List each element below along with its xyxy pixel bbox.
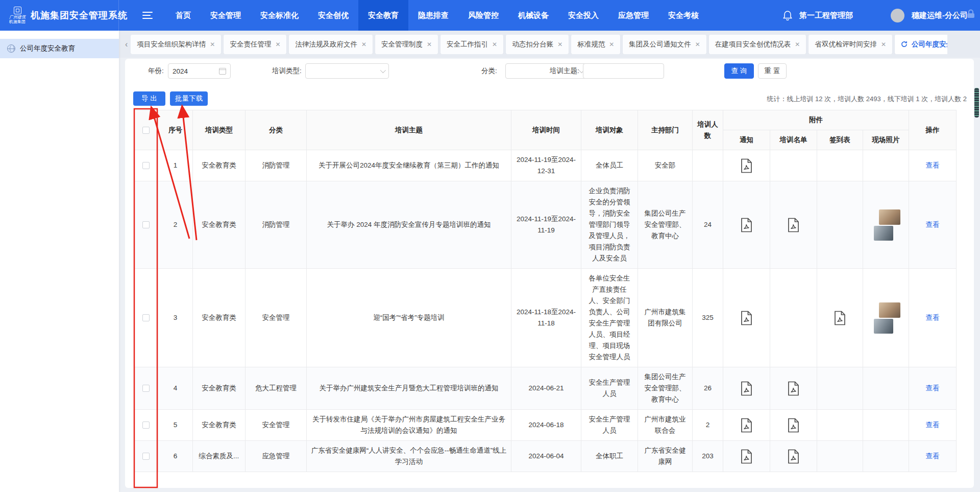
close-icon[interactable]: ✕ [557, 41, 562, 48]
batch-download-button[interactable]: 批量下载 [170, 91, 208, 106]
close-icon[interactable]: ✕ [427, 41, 432, 48]
row-checkbox[interactable] [142, 421, 150, 429]
close-icon[interactable]: ✕ [361, 41, 366, 48]
close-icon[interactable]: ✕ [210, 41, 215, 48]
photo-thumbnail[interactable] [874, 226, 893, 241]
tab-item[interactable]: 法律法规及政府文件✕ [289, 35, 373, 54]
training-table-wrap: 序号培训类型分类培训主题培训时间培训对象主持部门培训人数附件操作通知培训名单签到… [134, 110, 956, 472]
user-avatar[interactable] [891, 9, 904, 22]
nav-item[interactable]: 安全教育 [358, 0, 408, 31]
pdf-file-icon[interactable] [740, 311, 753, 325]
close-icon[interactable]: ✕ [695, 41, 700, 48]
attachment-sub-header: 现场照片 [863, 130, 909, 150]
tab-item[interactable]: 省双优检评时间安排✕ [808, 35, 892, 54]
nav-item[interactable]: 安全投入 [558, 0, 608, 31]
nav-item[interactable]: 安全管理 [201, 0, 251, 31]
pdf-file-icon[interactable] [740, 449, 753, 464]
reset-button[interactable]: 重 置 [758, 63, 787, 79]
topic-cell: 迎“国考”“省考”专题培训 [307, 269, 511, 367]
photo-thumbnail[interactable] [874, 319, 893, 334]
lock-icon[interactable] [967, 9, 975, 18]
tab-label: 安全工作指引 [447, 40, 488, 49]
notice-attachment-cell [723, 441, 770, 472]
pdf-file-icon[interactable] [740, 218, 753, 232]
nav-item[interactable]: 风险管控 [458, 0, 508, 31]
view-link[interactable]: 查看 [926, 452, 940, 460]
view-link[interactable]: 查看 [926, 421, 940, 429]
tab-item[interactable]: 项目安全组织架构详情✕ [131, 35, 221, 54]
view-link[interactable]: 查看 [926, 161, 940, 169]
nav-item[interactable]: 隐患排查 [408, 0, 458, 31]
tab-item[interactable]: 安全责任管理✕ [224, 35, 286, 54]
notification-bell-icon[interactable] [783, 10, 792, 20]
training-type-label: 培训类型: [272, 63, 302, 79]
close-icon[interactable]: ✕ [881, 41, 886, 48]
collapse-menu-icon[interactable] [142, 12, 153, 19]
tab-item[interactable]: 动态扣分台账✕ [506, 35, 569, 54]
tab-label: 公司年度安全教育 [912, 40, 947, 49]
row-checkbox[interactable] [142, 314, 150, 321]
scrollbar-thumb[interactable] [974, 88, 979, 118]
close-icon[interactable]: ✕ [609, 41, 614, 48]
chevron-down-icon [380, 67, 386, 73]
dept-cell: 广东省安全健康网 [638, 441, 693, 472]
count-cell: 2 [693, 410, 723, 441]
column-header: 序号 [158, 110, 193, 150]
view-link[interactable]: 查看 [926, 221, 940, 228]
count-cell [693, 150, 723, 181]
nav-item[interactable]: 安全考核 [658, 0, 708, 31]
tab-active[interactable]: 公司年度安全教育✕ [895, 35, 947, 54]
nav-item[interactable]: 首页 [166, 0, 201, 31]
nav-item[interactable]: 安全创优 [308, 0, 358, 31]
sidebar-item-company-annual-safety-education[interactable]: 公司年度安全教育 [0, 39, 119, 58]
topic-input[interactable] [583, 63, 664, 79]
pdf-file-icon[interactable] [787, 449, 800, 464]
tab-item[interactable]: 集团及公司通知文件✕ [623, 35, 706, 54]
year-value: 2024 [173, 67, 188, 75]
search-button[interactable]: 查 询 [724, 63, 754, 79]
nav-item[interactable]: 机械设备 [508, 0, 558, 31]
row-checkbox[interactable] [142, 453, 150, 460]
row-checkbox[interactable] [142, 221, 150, 228]
topic-cell: 关于举办广州建筑安全生产月暨危大工程管理培训班的通知 [307, 367, 511, 410]
close-icon[interactable]: ✕ [275, 41, 280, 48]
year-input[interactable]: 2024 [168, 63, 231, 79]
photo-thumbnail[interactable] [879, 302, 900, 318]
view-link[interactable]: 查看 [926, 314, 940, 321]
row-checkbox[interactable] [142, 385, 150, 392]
attachment-sub-header: 通知 [723, 130, 770, 150]
pdf-file-icon[interactable] [787, 218, 800, 232]
tab-strip-right-controls: › [953, 0, 975, 27]
tabs-scroll-right-icon[interactable]: › [953, 9, 962, 18]
pdf-file-icon[interactable] [740, 381, 753, 396]
category-cell: 消防管理 [246, 181, 307, 269]
tab-item[interactable]: 安全工作指引✕ [440, 35, 503, 54]
notice-attachment-cell [723, 410, 770, 441]
pdf-file-icon[interactable] [787, 418, 800, 433]
close-icon[interactable]: ✕ [492, 41, 497, 48]
pdf-file-icon[interactable] [740, 418, 753, 433]
close-icon[interactable]: ✕ [795, 41, 800, 48]
signin-attachment-cell [817, 410, 863, 441]
tab-item[interactable]: 在建项目安全创优情况表✕ [709, 35, 806, 54]
nav-item[interactable]: 应急管理 [608, 0, 658, 31]
action-cell: 查看 [909, 269, 957, 367]
department-label[interactable]: 第一工程管理部 [799, 11, 853, 20]
row-checkbox[interactable] [142, 162, 150, 169]
pdf-file-icon[interactable] [834, 311, 846, 325]
dept-cell: 广州市建筑业联合会 [638, 410, 693, 441]
action-cell: 查看 [909, 181, 957, 269]
photo-thumbnail[interactable] [879, 209, 900, 225]
nav-item[interactable]: 安全标准化 [251, 0, 308, 31]
select-all-checkbox[interactable] [142, 127, 150, 134]
pdf-file-icon[interactable] [740, 158, 753, 173]
view-link[interactable]: 查看 [926, 384, 940, 392]
tabs-scroll-left-icon[interactable]: ‹ [122, 40, 131, 49]
calendar-icon [219, 68, 226, 75]
category-cell: 安全管理 [246, 269, 307, 367]
tab-item[interactable]: 安全管理制度✕ [375, 35, 438, 54]
export-button[interactable]: 导 出 [133, 91, 165, 106]
tab-item[interactable]: 标准规范✕ [571, 35, 620, 54]
training-type-select[interactable] [305, 63, 389, 79]
pdf-file-icon[interactable] [787, 381, 800, 396]
